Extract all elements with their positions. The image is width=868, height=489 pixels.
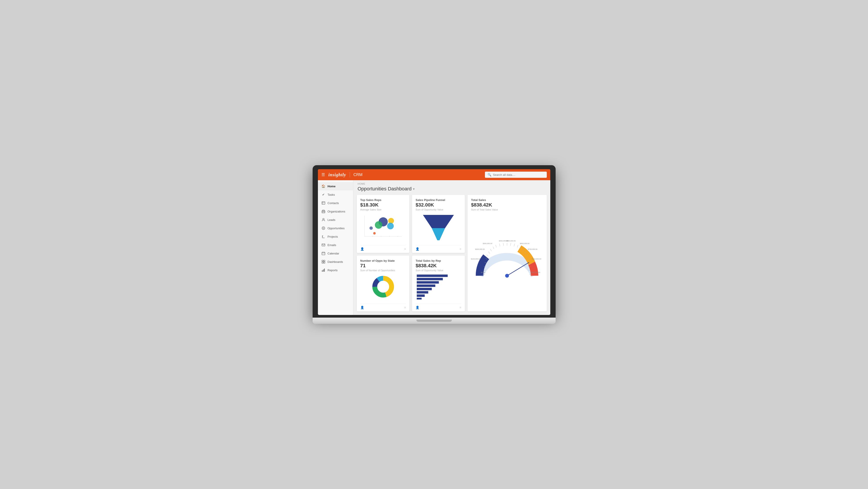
- table-icon-4[interactable]: ≡: [460, 306, 461, 309]
- svg-text:$0.00: $0.00: [481, 271, 485, 273]
- laptop-wrapper: ☰ insightly CRM 🔍 🏠 Home: [313, 165, 556, 324]
- gauge-wrapper: $400,000.00 $500,000.00 $600,000.00 $700…: [471, 215, 543, 308]
- svg-point-34: [375, 221, 382, 229]
- sidebar-label-organizations: Organizations: [328, 210, 345, 213]
- table-icon[interactable]: ≡: [404, 247, 406, 251]
- search-input[interactable]: [493, 173, 544, 176]
- total-sales-card: Total Sales $838.42K Sum of Total Sales …: [467, 195, 547, 312]
- opps-by-state-card: Number of Opps by State 71 Sum of Number…: [357, 256, 410, 312]
- svg-rect-83: [417, 274, 448, 277]
- reports-icon: [321, 268, 326, 272]
- laptop-notch: [416, 320, 452, 322]
- breadcrumb: HOME: [353, 180, 550, 186]
- bar-chart: [415, 273, 461, 300]
- person-icon-4[interactable]: 👤: [415, 306, 419, 309]
- screen: ☰ insightly CRM 🔍 🏠 Home: [318, 169, 550, 315]
- svg-rect-85: [417, 281, 439, 284]
- sidebar-item-opportunities[interactable]: Opportunities: [318, 224, 353, 232]
- person-icon-3[interactable]: 👤: [360, 306, 364, 309]
- svg-text:$600,000.00: $600,000.00: [520, 242, 530, 244]
- sales-pipeline-card: Sales Pipeline Funnel $32.00K Sum of Opp…: [412, 195, 465, 253]
- svg-rect-22: [324, 262, 325, 263]
- opps-by-state-value: 71: [360, 263, 406, 268]
- sidebar-item-organizations[interactable]: Organizations: [318, 207, 353, 216]
- dropdown-caret-icon[interactable]: ▾: [413, 187, 415, 191]
- sidebar-label-projects: Projects: [328, 235, 338, 238]
- svg-point-10: [323, 228, 324, 229]
- svg-rect-25: [324, 268, 325, 272]
- svg-rect-23: [322, 270, 322, 272]
- sidebar: 🏠 Home ✔ Tasks Contacts: [318, 180, 353, 315]
- svg-line-50: [491, 249, 492, 251]
- dashboards-icon: [321, 260, 326, 264]
- svg-rect-0: [322, 202, 325, 204]
- svg-marker-38: [423, 215, 454, 228]
- emails-icon: [321, 243, 326, 247]
- sidebar-item-dashboards[interactable]: Dashboards: [318, 258, 353, 266]
- sidebar-item-contacts[interactable]: Contacts: [318, 199, 353, 207]
- sidebar-label-dashboards: Dashboards: [328, 260, 343, 263]
- svg-line-45: [518, 245, 518, 248]
- crm-label: CRM: [353, 172, 363, 177]
- top-sales-reps-card: Top Sales Reps $18.30K Average Sales Siz…: [357, 195, 410, 253]
- opps-by-state-subtitle: Sum of Number of Opportunities: [360, 269, 406, 272]
- total-sales-subtitle: Sum of Total Sales Value: [471, 208, 543, 211]
- sidebar-item-calendar[interactable]: Calendar: [318, 249, 353, 258]
- search-bar: 🔍: [485, 172, 547, 178]
- sidebar-item-tasks[interactable]: ✔ Tasks: [318, 190, 353, 199]
- top-sales-reps-footer: 👤 ≡: [360, 245, 406, 251]
- svg-text:$100,000.00: $100,000.00: [471, 258, 480, 260]
- organizations-icon: [321, 209, 326, 214]
- page-header: Opportunities Dashboard ▾: [353, 186, 550, 195]
- svg-line-41: [499, 243, 500, 246]
- sales-by-rep-footer: 👤 ≡: [415, 304, 461, 309]
- person-icon[interactable]: 👤: [360, 247, 364, 251]
- sidebar-item-projects[interactable]: Projects: [318, 232, 353, 241]
- main-content: HOME Opportunities Dashboard ▾ Top Sales…: [353, 180, 550, 315]
- hamburger-icon[interactable]: ☰: [321, 172, 325, 177]
- projects-icon: [321, 234, 326, 238]
- person-icon-2[interactable]: 👤: [415, 247, 419, 251]
- leads-icon: [321, 218, 326, 222]
- tasks-icon: ✔: [321, 193, 326, 197]
- total-sales-title: Total Sales: [471, 198, 543, 202]
- svg-line-44: [514, 243, 515, 246]
- svg-line-76: [507, 262, 529, 275]
- svg-rect-88: [417, 291, 428, 294]
- svg-point-35: [387, 223, 394, 229]
- sidebar-item-leads[interactable]: Leads: [318, 216, 353, 224]
- brand-logo: insightly: [329, 172, 346, 177]
- sales-by-rep-card: Total Sales by Rep $838.42K Sum of Oppor…: [412, 256, 465, 312]
- svg-point-37: [373, 232, 376, 234]
- svg-text:$800,000.00: $800,000.00: [532, 258, 541, 260]
- svg-point-82: [378, 282, 388, 292]
- svg-text:$200,000.00: $200,000.00: [475, 248, 485, 250]
- sidebar-item-reports[interactable]: Reports: [318, 266, 353, 274]
- calendar-icon: [321, 251, 326, 255]
- svg-rect-15: [322, 252, 325, 255]
- top-sales-reps-value: $18.30K: [360, 202, 406, 208]
- app-body: 🏠 Home ✔ Tasks Contacts: [318, 180, 550, 315]
- svg-rect-24: [323, 269, 324, 272]
- top-sales-reps-title: Top Sales Reps: [360, 198, 406, 202]
- svg-text:$900,000.00: $900,000.00: [531, 271, 540, 273]
- sidebar-label-opportunities: Opportunities: [328, 227, 345, 230]
- table-icon-3[interactable]: ≡: [404, 306, 406, 309]
- sidebar-label-tasks: Tasks: [328, 193, 335, 196]
- nav-divider: [350, 172, 350, 177]
- svg-line-42: [503, 243, 504, 246]
- svg-rect-84: [417, 278, 443, 280]
- svg-line-43: [510, 243, 511, 246]
- table-icon-2[interactable]: ≡: [460, 247, 461, 251]
- sidebar-item-home[interactable]: 🏠 Home: [318, 182, 353, 190]
- sidebar-label-leads: Leads: [328, 218, 335, 222]
- svg-rect-21: [322, 262, 323, 263]
- svg-rect-89: [417, 294, 425, 297]
- svg-point-36: [369, 226, 373, 230]
- opps-by-state-footer: 👤 ≡: [360, 304, 406, 309]
- svg-line-51: [489, 252, 490, 254]
- opportunities-icon: [321, 226, 326, 230]
- sidebar-item-emails[interactable]: Emails: [318, 241, 353, 249]
- sales-by-rep-subtitle: Sum of Opportunity Value: [415, 269, 461, 272]
- svg-point-8: [322, 219, 324, 220]
